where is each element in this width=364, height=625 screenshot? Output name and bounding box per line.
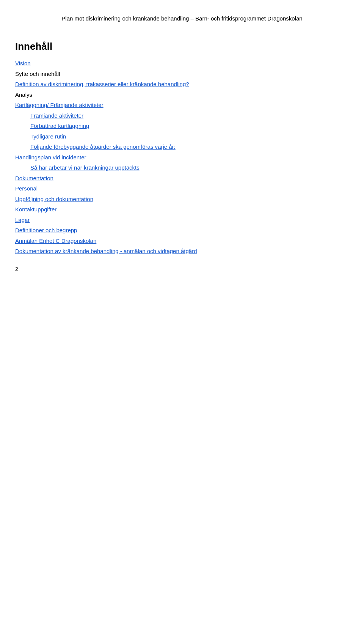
toc-link-dokumentation[interactable]: Dokumentation <box>15 173 349 183</box>
toc-item-tydligare[interactable]: Tydligare rutin <box>15 132 349 142</box>
page-number: 2 <box>15 266 18 272</box>
toc-link-forbattrad[interactable]: Förbättrad kartläggning <box>30 121 349 131</box>
toc-link-sahar[interactable]: Så här arbetar vi när kränkningar upptäc… <box>30 163 349 173</box>
toc-item-definitioner[interactable]: Definitioner och begrepp <box>15 225 349 235</box>
toc-item-handlingsplan[interactable]: Handlingsplan vid incidenter <box>15 153 349 162</box>
toc-link-anmalan[interactable]: Anmälan Enhet C Dragonskolan <box>15 236 349 246</box>
toc-item-analys: Analys <box>15 90 349 100</box>
toc-link-kontaktuppgifter[interactable]: Kontaktuppgifter <box>15 205 349 214</box>
toc-item-syfte: Syfte och innehåll <box>15 69 349 79</box>
toc-item-kontaktuppgifter[interactable]: Kontaktuppgifter <box>15 205 349 214</box>
toc-item-lagar[interactable]: Lagar <box>15 215 349 225</box>
toc-text-analys: Analys <box>15 90 349 100</box>
toc-link-foljande[interactable]: Följande förebyggande åtgärder ska genom… <box>30 142 349 152</box>
toc-text-syfte: Syfte och innehåll <box>15 69 349 79</box>
toc-item-sahar[interactable]: Så här arbetar vi när kränkningar upptäc… <box>15 163 349 173</box>
toc-link-kartlaggning[interactable]: Kartläggning/ Främjande aktiviteter <box>15 100 349 110</box>
contents-heading: Innehåll <box>15 41 349 52</box>
toc-link-definition[interactable]: Definition av diskriminering, trakasseri… <box>15 79 349 89</box>
page-header: Plan mot diskriminering och kränkande be… <box>15 11 349 22</box>
toc-link-personal[interactable]: Personal <box>15 184 349 194</box>
toc-item-forbattrad[interactable]: Förbättrad kartläggning <box>15 121 349 131</box>
toc-link-lagar[interactable]: Lagar <box>15 215 349 225</box>
toc-item-personal[interactable]: Personal <box>15 184 349 194</box>
toc-item-anmalan[interactable]: Anmälan Enhet C Dragonskolan <box>15 236 349 246</box>
toc-item-dokumentation[interactable]: Dokumentation <box>15 173 349 183</box>
toc-link-vision[interactable]: Vision <box>15 58 349 68</box>
toc-item-kartlaggning[interactable]: Kartläggning/ Främjande aktiviteter <box>15 100 349 110</box>
toc-link-handlingsplan[interactable]: Handlingsplan vid incidenter <box>15 153 349 162</box>
toc-link-tydligare[interactable]: Tydligare rutin <box>30 132 349 142</box>
toc-item-definition[interactable]: Definition av diskriminering, trakasseri… <box>15 79 349 89</box>
toc-item-framjande[interactable]: Främjande aktiviteter <box>15 111 349 121</box>
toc-link-uppfoljning[interactable]: Uppföljning och dokumentation <box>15 194 349 204</box>
toc-item-uppfoljning[interactable]: Uppföljning och dokumentation <box>15 194 349 204</box>
toc-link-definitioner[interactable]: Definitioner och begrepp <box>15 225 349 235</box>
toc-link-dokumentation2[interactable]: Dokumentation av kränkande behandling - … <box>15 246 349 256</box>
table-of-contents: Vision Syfte och innehåll Definition av … <box>15 58 349 256</box>
page-title: Plan mot diskriminering och kränkande be… <box>61 15 302 22</box>
toc-item-vision[interactable]: Vision <box>15 58 349 68</box>
toc-item-dokumentation2[interactable]: Dokumentation av kränkande behandling - … <box>15 246 349 256</box>
toc-link-framjande[interactable]: Främjande aktiviteter <box>30 111 349 121</box>
toc-item-foljande[interactable]: Följande förebyggande åtgärder ska genom… <box>15 142 349 152</box>
page-container: Plan mot diskriminering och kränkande be… <box>0 0 364 280</box>
